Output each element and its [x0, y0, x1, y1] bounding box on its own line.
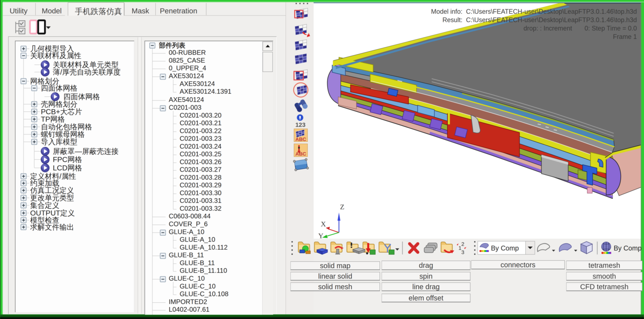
svg-text:ABC: ABC: [296, 151, 306, 157]
svg-text:ABC: ABC: [296, 136, 306, 142]
svg-text:3: 3: [461, 249, 464, 255]
svg-text:123: 123: [296, 121, 306, 128]
svg-text:Y: Y: [318, 232, 324, 239]
svg-text:Z: Z: [340, 203, 344, 211]
svg-text:1: 1: [458, 245, 462, 251]
svg-text:By Comp: By Comp: [491, 244, 519, 252]
svg-text:2: 2: [461, 241, 464, 247]
svg-text:By Comp: By Comp: [614, 244, 642, 252]
svg-text:X: X: [321, 220, 326, 228]
